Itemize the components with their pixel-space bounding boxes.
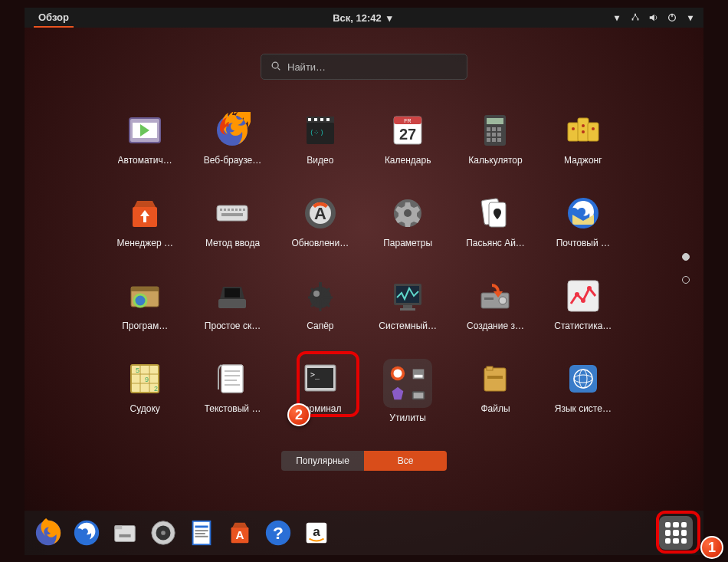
svg-rect-33 xyxy=(568,123,579,141)
show-apps-button[interactable] xyxy=(659,516,693,550)
clock[interactable]: Вск, 12:42 ▾ xyxy=(333,12,395,24)
svg-rect-31 xyxy=(492,138,496,142)
app-label: Менеджер … xyxy=(116,238,173,248)
app-utilities-folder[interactable]: Утилиты xyxy=(366,359,449,423)
app-label: Статистика… xyxy=(554,320,612,331)
svg-rect-105 xyxy=(484,368,506,391)
app-label: Создание з… xyxy=(467,320,524,331)
app-label: Веб-браузе… xyxy=(204,155,262,166)
app-locale[interactable]: Язык систе… xyxy=(542,359,625,423)
svg-line-6 xyxy=(278,67,280,70)
svg-text:?: ? xyxy=(273,523,284,543)
svg-rect-61 xyxy=(225,288,240,297)
app-mines[interactable]: Сапёр xyxy=(279,276,362,331)
svg-rect-116 xyxy=(119,534,130,537)
dock-help[interactable]: ? xyxy=(264,518,293,547)
svg-point-119 xyxy=(161,531,166,535)
app-label: Простое ск… xyxy=(205,320,261,331)
app-label: Почтовый … xyxy=(556,238,610,248)
tab-frequent[interactable]: Популярные xyxy=(281,451,364,471)
svg-rect-23 xyxy=(487,118,503,124)
svg-point-54 xyxy=(404,209,412,217)
app-thunderbird[interactable]: Почтовый … xyxy=(542,193,625,248)
dock-rhythmbox[interactable] xyxy=(149,518,178,547)
app-calculator[interactable]: Калькулятор xyxy=(454,110,536,166)
app-settings[interactable]: Параметры xyxy=(366,193,449,248)
svg-rect-62 xyxy=(218,299,246,308)
svg-rect-24 xyxy=(487,127,490,131)
app-input-method[interactable]: Метод ввода xyxy=(191,193,274,248)
svg-text:>_: >_ xyxy=(310,370,320,380)
app-videos[interactable]: ⟨⁘⟩ Видео xyxy=(279,110,362,166)
svg-rect-26 xyxy=(497,127,501,131)
svg-text:a: a xyxy=(313,524,320,539)
dock-firefox[interactable] xyxy=(34,518,63,547)
svg-point-75 xyxy=(499,297,507,304)
app-autostart[interactable]: Автоматич… xyxy=(103,110,186,166)
app-sudoku[interactable]: 592 Судоку xyxy=(103,359,186,423)
dock-amazon[interactable]: a xyxy=(302,518,331,547)
desktop-screen: Обзор Вск, 12:42 ▾ ▾ ▾ Найти… xyxy=(25,8,703,555)
svg-rect-42 xyxy=(220,209,222,211)
app-label: Текстовый … xyxy=(205,403,261,414)
svg-point-99 xyxy=(393,369,402,377)
svg-rect-43 xyxy=(224,209,226,211)
svg-rect-115 xyxy=(115,526,123,530)
network-icon xyxy=(630,12,641,23)
svg-rect-123 xyxy=(195,533,205,534)
page-indicator[interactable] xyxy=(682,253,690,284)
app-aisleriot[interactable]: Пасьянс Ай… xyxy=(454,193,536,248)
svg-text:A: A xyxy=(236,528,244,541)
app-monitor[interactable]: Системный… xyxy=(366,276,449,331)
dock-software[interactable]: A xyxy=(225,518,254,547)
svg-rect-104 xyxy=(413,393,423,398)
app-firefox[interactable]: Веб-браузе… xyxy=(191,110,274,166)
svg-point-80 xyxy=(587,286,592,291)
search-input[interactable]: Найти… xyxy=(261,54,467,80)
svg-rect-15 xyxy=(326,118,330,121)
app-stats[interactable]: Статистика… xyxy=(542,276,625,331)
app-label: Календарь xyxy=(385,155,431,166)
app-calendar[interactable]: FR27 Календарь xyxy=(366,110,449,166)
svg-point-69 xyxy=(313,291,320,297)
tab-all[interactable]: Все xyxy=(364,451,447,471)
svg-rect-44 xyxy=(228,209,230,211)
app-files[interactable]: Файлы xyxy=(454,359,536,423)
svg-rect-14 xyxy=(320,118,323,121)
app-mahjongg[interactable]: Маджонг xyxy=(542,110,625,166)
svg-rect-35 xyxy=(588,123,598,141)
svg-rect-49 xyxy=(221,213,243,216)
system-tray[interactable]: ▾ ▾ xyxy=(612,12,696,23)
dock-files[interactable] xyxy=(110,518,139,547)
dock-libreoffice-writer[interactable] xyxy=(187,518,216,547)
svg-rect-106 xyxy=(487,366,493,370)
svg-point-78 xyxy=(575,292,579,297)
app-label: Калькулятор xyxy=(468,155,522,166)
search-icon xyxy=(271,61,281,74)
app-gedit[interactable]: Текстовый … xyxy=(191,359,274,423)
app-label: Системный… xyxy=(379,320,437,331)
app-label: Пасьянс Ай… xyxy=(466,238,525,248)
page-dot-1[interactable] xyxy=(682,253,690,261)
app-software[interactable]: Менеджер … xyxy=(103,193,186,248)
svg-text:9: 9 xyxy=(145,376,149,383)
svg-rect-25 xyxy=(492,127,496,131)
svg-rect-4 xyxy=(671,14,672,17)
svg-rect-45 xyxy=(231,209,234,211)
svg-rect-121 xyxy=(195,526,208,528)
app-backup[interactable]: Создание з… xyxy=(454,276,536,331)
app-label: Обновлени… xyxy=(292,238,349,248)
dock-thunderbird[interactable] xyxy=(72,518,101,547)
page-dot-2[interactable] xyxy=(682,276,690,284)
svg-point-38 xyxy=(582,130,585,133)
app-label: Метод ввода xyxy=(205,238,260,248)
app-label: Автоматич… xyxy=(118,155,172,166)
app-updater[interactable]: A Обновлени… xyxy=(279,193,362,248)
app-scanner[interactable]: Простое ск… xyxy=(191,276,274,331)
activities-button[interactable]: Обзор xyxy=(34,8,74,28)
app-label: Судоку xyxy=(130,403,160,414)
svg-rect-59 xyxy=(131,287,159,291)
svg-rect-89 xyxy=(221,365,243,393)
app-drivers[interactable]: Програм… xyxy=(103,276,186,331)
svg-rect-73 xyxy=(400,308,415,311)
